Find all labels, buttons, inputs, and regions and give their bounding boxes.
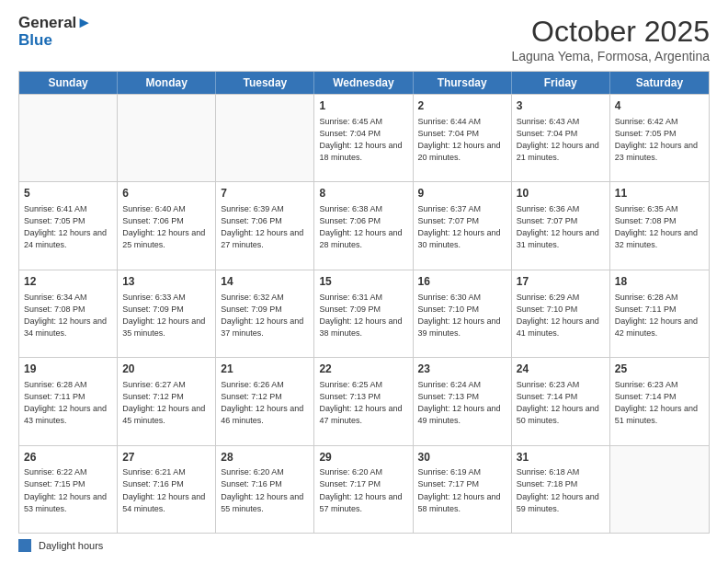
- calendar-cell: 26Sunrise: 6:22 AM Sunset: 7:15 PM Dayli…: [19, 446, 118, 533]
- day-number: 3: [517, 98, 605, 114]
- calendar-cell: 3Sunrise: 6:43 AM Sunset: 7:04 PM Daylig…: [512, 95, 610, 181]
- day-number: 18: [615, 274, 704, 290]
- day-info: Sunrise: 6:44 AM Sunset: 7:04 PM Dayligh…: [418, 116, 506, 164]
- calendar-cell: 7Sunrise: 6:39 AM Sunset: 7:06 PM Daylig…: [216, 182, 314, 269]
- day-info: Sunrise: 6:27 AM Sunset: 7:12 PM Dayligh…: [122, 379, 210, 427]
- day-number: 17: [517, 274, 605, 290]
- day-info: Sunrise: 6:39 AM Sunset: 7:06 PM Dayligh…: [221, 203, 309, 251]
- logo-blue: Blue: [18, 32, 92, 50]
- day-info: Sunrise: 6:38 AM Sunset: 7:06 PM Dayligh…: [319, 203, 407, 251]
- calendar-cell: 19Sunrise: 6:28 AM Sunset: 7:11 PM Dayli…: [19, 358, 118, 444]
- day-number: 26: [24, 450, 112, 465]
- day-number: 21: [221, 362, 309, 377]
- calendar-cell: 1Sunrise: 6:45 AM Sunset: 7:04 PM Daylig…: [314, 95, 413, 181]
- legend-color-box: [18, 539, 31, 552]
- day-info: Sunrise: 6:30 AM Sunset: 7:10 PM Dayligh…: [418, 292, 506, 339]
- day-info: Sunrise: 6:20 AM Sunset: 7:17 PM Dayligh…: [319, 466, 407, 514]
- calendar-cell: 4Sunrise: 6:42 AM Sunset: 7:05 PM Daylig…: [610, 95, 709, 181]
- day-info: Sunrise: 6:25 AM Sunset: 7:13 PM Dayligh…: [319, 379, 407, 427]
- day-info: Sunrise: 6:18 AM Sunset: 7:18 PM Dayligh…: [517, 466, 605, 514]
- calendar-week-row: 5Sunrise: 6:41 AM Sunset: 7:05 PM Daylig…: [19, 181, 709, 269]
- calendar-cell: [610, 446, 709, 533]
- day-info: Sunrise: 6:41 AM Sunset: 7:05 PM Dayligh…: [24, 203, 112, 251]
- legend-label: Daylight hours: [39, 540, 103, 551]
- day-info: Sunrise: 6:31 AM Sunset: 7:09 PM Dayligh…: [319, 292, 407, 339]
- calendar-cell: 5Sunrise: 6:41 AM Sunset: 7:05 PM Daylig…: [19, 182, 118, 269]
- calendar-cell: 20Sunrise: 6:27 AM Sunset: 7:12 PM Dayli…: [118, 358, 216, 444]
- day-info: Sunrise: 6:28 AM Sunset: 7:11 PM Dayligh…: [24, 379, 112, 427]
- month-title: October 2025: [511, 15, 710, 49]
- calendar-cell: [118, 95, 216, 181]
- calendar-cell: 23Sunrise: 6:24 AM Sunset: 7:13 PM Dayli…: [414, 358, 512, 444]
- day-info: Sunrise: 6:37 AM Sunset: 7:07 PM Dayligh…: [418, 203, 506, 251]
- day-number: 5: [24, 186, 112, 201]
- calendar-cell: 15Sunrise: 6:31 AM Sunset: 7:09 PM Dayli…: [314, 270, 413, 357]
- weekday-header: Wednesday: [314, 72, 413, 94]
- calendar: SundayMondayTuesdayWednesdayThursdayFrid…: [18, 71, 710, 534]
- day-info: Sunrise: 6:45 AM Sunset: 7:04 PM Dayligh…: [319, 116, 407, 164]
- day-number: 28: [221, 450, 309, 465]
- day-number: 7: [221, 186, 309, 201]
- day-number: 24: [517, 362, 605, 377]
- calendar-cell: 17Sunrise: 6:29 AM Sunset: 7:10 PM Dayli…: [512, 270, 610, 357]
- calendar-cell: 31Sunrise: 6:18 AM Sunset: 7:18 PM Dayli…: [512, 446, 610, 533]
- page: General► Blue October 2025 Laguna Yema, …: [0, 0, 728, 563]
- calendar-cell: 27Sunrise: 6:21 AM Sunset: 7:16 PM Dayli…: [118, 446, 216, 533]
- day-number: 10: [517, 186, 605, 201]
- calendar-cell: 18Sunrise: 6:28 AM Sunset: 7:11 PM Dayli…: [610, 270, 709, 357]
- day-info: Sunrise: 6:23 AM Sunset: 7:14 PM Dayligh…: [615, 379, 704, 427]
- day-info: Sunrise: 6:29 AM Sunset: 7:10 PM Dayligh…: [517, 292, 605, 339]
- day-number: 19: [24, 362, 112, 377]
- day-number: 11: [615, 186, 704, 201]
- day-info: Sunrise: 6:40 AM Sunset: 7:06 PM Dayligh…: [122, 203, 210, 251]
- calendar-cell: 9Sunrise: 6:37 AM Sunset: 7:07 PM Daylig…: [414, 182, 512, 269]
- day-number: 16: [418, 274, 506, 290]
- calendar-cell: 11Sunrise: 6:35 AM Sunset: 7:08 PM Dayli…: [610, 182, 709, 269]
- calendar-cell: 6Sunrise: 6:40 AM Sunset: 7:06 PM Daylig…: [118, 182, 216, 269]
- calendar-cell: 8Sunrise: 6:38 AM Sunset: 7:06 PM Daylig…: [314, 182, 413, 269]
- calendar-week-row: 1Sunrise: 6:45 AM Sunset: 7:04 PM Daylig…: [19, 94, 709, 181]
- day-number: 20: [122, 362, 210, 377]
- calendar-cell: [216, 95, 314, 181]
- weekday-header: Friday: [512, 72, 610, 94]
- day-info: Sunrise: 6:32 AM Sunset: 7:09 PM Dayligh…: [221, 292, 309, 339]
- header: General► Blue October 2025 Laguna Yema, …: [18, 15, 710, 63]
- day-number: 27: [122, 450, 210, 465]
- day-number: 9: [418, 186, 506, 201]
- footer: Daylight hours: [18, 539, 710, 552]
- day-number: 12: [24, 274, 112, 290]
- calendar-cell: 30Sunrise: 6:19 AM Sunset: 7:17 PM Dayli…: [414, 446, 512, 533]
- calendar-cell: 24Sunrise: 6:23 AM Sunset: 7:14 PM Dayli…: [512, 358, 610, 444]
- calendar-cell: 2Sunrise: 6:44 AM Sunset: 7:04 PM Daylig…: [414, 95, 512, 181]
- calendar-cell: 16Sunrise: 6:30 AM Sunset: 7:10 PM Dayli…: [414, 270, 512, 357]
- day-info: Sunrise: 6:43 AM Sunset: 7:04 PM Dayligh…: [517, 116, 605, 164]
- weekday-header: Saturday: [610, 72, 709, 94]
- day-info: Sunrise: 6:23 AM Sunset: 7:14 PM Dayligh…: [517, 379, 605, 427]
- day-number: 15: [319, 274, 407, 290]
- weekday-header: Thursday: [414, 72, 512, 94]
- calendar-cell: 14Sunrise: 6:32 AM Sunset: 7:09 PM Dayli…: [216, 270, 314, 357]
- day-info: Sunrise: 6:22 AM Sunset: 7:15 PM Dayligh…: [24, 466, 112, 514]
- calendar-cell: 10Sunrise: 6:36 AM Sunset: 7:07 PM Dayli…: [512, 182, 610, 269]
- day-number: 31: [517, 450, 605, 465]
- day-info: Sunrise: 6:26 AM Sunset: 7:12 PM Dayligh…: [221, 379, 309, 427]
- calendar-body: 1Sunrise: 6:45 AM Sunset: 7:04 PM Daylig…: [19, 94, 709, 533]
- logo: General► Blue: [18, 15, 92, 49]
- calendar-cell: 21Sunrise: 6:26 AM Sunset: 7:12 PM Dayli…: [216, 358, 314, 444]
- day-info: Sunrise: 6:21 AM Sunset: 7:16 PM Dayligh…: [122, 466, 210, 514]
- calendar-header: SundayMondayTuesdayWednesdayThursdayFrid…: [19, 72, 709, 94]
- day-number: 25: [615, 362, 704, 377]
- day-number: 13: [122, 274, 210, 290]
- day-info: Sunrise: 6:36 AM Sunset: 7:07 PM Dayligh…: [517, 203, 605, 251]
- day-info: Sunrise: 6:34 AM Sunset: 7:08 PM Dayligh…: [24, 292, 112, 339]
- calendar-cell: 12Sunrise: 6:34 AM Sunset: 7:08 PM Dayli…: [19, 270, 118, 357]
- logo-icon-triangle: ►: [76, 14, 92, 31]
- calendar-week-row: 26Sunrise: 6:22 AM Sunset: 7:15 PM Dayli…: [19, 445, 709, 533]
- calendar-cell: 22Sunrise: 6:25 AM Sunset: 7:13 PM Dayli…: [314, 358, 413, 444]
- logo-text-block: General► Blue: [18, 15, 92, 49]
- day-info: Sunrise: 6:33 AM Sunset: 7:09 PM Dayligh…: [122, 292, 210, 339]
- day-info: Sunrise: 6:35 AM Sunset: 7:08 PM Dayligh…: [615, 203, 704, 251]
- day-info: Sunrise: 6:24 AM Sunset: 7:13 PM Dayligh…: [418, 379, 506, 427]
- day-number: 4: [615, 98, 704, 114]
- day-number: 6: [122, 186, 210, 201]
